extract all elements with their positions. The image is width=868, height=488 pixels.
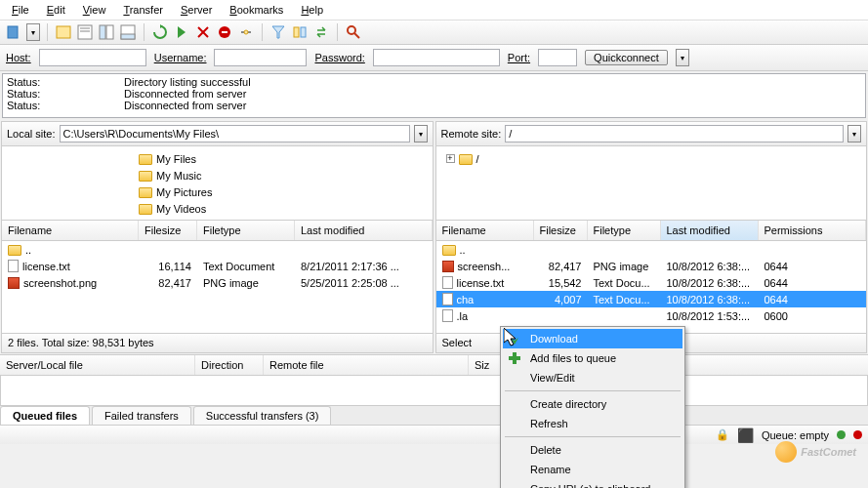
local-tree[interactable]: My Files My Music My Pictures My Videos bbox=[2, 146, 433, 221]
tree-node[interactable]: My Pictures bbox=[139, 183, 433, 200]
add-icon bbox=[507, 350, 522, 366]
reconnect-icon[interactable] bbox=[237, 23, 255, 41]
server-icon[interactable] bbox=[5, 23, 22, 41]
process-queue-icon[interactable] bbox=[173, 23, 190, 41]
tab-successful-transfers[interactable]: Successful transfers (3) bbox=[193, 406, 332, 425]
sync-icon[interactable] bbox=[312, 23, 330, 41]
password-label: Password: bbox=[314, 52, 364, 63]
toggle-tree-icon[interactable] bbox=[98, 23, 115, 41]
col-filetype[interactable]: Filetype bbox=[197, 221, 295, 240]
list-row-selected[interactable]: cha 4,007 Text Docu... 10/8/2012 6:38:..… bbox=[436, 291, 867, 307]
expand-icon[interactable]: + bbox=[446, 154, 455, 163]
menu-rename[interactable]: Rename bbox=[503, 460, 682, 479]
find-icon[interactable] bbox=[345, 23, 362, 41]
queue-tabs: Queued files Failed transfers Successful… bbox=[0, 405, 868, 425]
tree-node[interactable]: My Music bbox=[139, 167, 433, 183]
menu-download[interactable]: Download bbox=[503, 329, 682, 348]
file-icon bbox=[8, 260, 19, 272]
list-row[interactable]: screenshot.png 82,417 PNG image 5/25/201… bbox=[2, 274, 433, 291]
menu-delete[interactable]: Delete bbox=[503, 440, 682, 460]
svg-rect-5 bbox=[100, 25, 105, 39]
tab-queued-files[interactable]: Queued files bbox=[0, 406, 90, 425]
svg-rect-8 bbox=[121, 34, 135, 39]
tree-node[interactable]: My Files bbox=[139, 150, 433, 167]
server-dropdown[interactable]: ▾ bbox=[26, 23, 40, 41]
quickconnect-button[interactable]: Quickconnect bbox=[585, 50, 668, 65]
svg-line-20 bbox=[354, 33, 359, 38]
col-lastmod[interactable]: Last modified bbox=[661, 221, 759, 240]
queue-header: Server/Local file Direction Remote file … bbox=[0, 354, 868, 376]
remote-file-list[interactable]: Filename Filesize Filetype Last modified… bbox=[436, 221, 867, 333]
tree-node[interactable]: +/ bbox=[446, 150, 867, 167]
compare-icon[interactable] bbox=[291, 23, 309, 41]
menu-help[interactable]: Help bbox=[293, 2, 331, 18]
menu-transfer[interactable]: Transfer bbox=[115, 2, 171, 18]
quickconnect-dropdown[interactable]: ▾ bbox=[676, 49, 689, 66]
col-remote-file[interactable]: Remote file bbox=[264, 355, 469, 375]
password-input[interactable] bbox=[373, 49, 500, 66]
status-bar: 🔒 ⬛ Queue: empty bbox=[0, 425, 868, 444]
col-filesize[interactable]: Filesize bbox=[534, 221, 588, 240]
menu-server[interactable]: Server bbox=[173, 2, 220, 18]
local-file-list[interactable]: Filename Filesize Filetype Last modified… bbox=[2, 221, 433, 333]
sitemanager-icon[interactable] bbox=[55, 23, 72, 41]
disconnect-icon[interactable] bbox=[216, 23, 233, 41]
message-log[interactable]: Status:Directory listing successful Stat… bbox=[2, 73, 866, 118]
col-direction[interactable]: Direction bbox=[195, 355, 264, 375]
status-label: Status: bbox=[7, 76, 124, 88]
list-row[interactable]: .la 10/8/2012 1:53:... 0600 bbox=[436, 307, 867, 324]
file-icon bbox=[442, 293, 453, 305]
username-input[interactable] bbox=[214, 49, 307, 66]
cancel-icon[interactable] bbox=[194, 23, 212, 41]
port-input[interactable] bbox=[538, 49, 577, 66]
status-label: Status: bbox=[7, 88, 124, 100]
list-row-parent[interactable]: .. bbox=[2, 241, 433, 258]
menu-view-edit[interactable]: View/Edit bbox=[503, 368, 682, 387]
tree-node[interactable]: My Videos bbox=[139, 200, 433, 217]
list-row-parent[interactable]: .. bbox=[436, 241, 867, 258]
col-lastmod[interactable]: Last modified bbox=[295, 221, 433, 240]
menu-view[interactable]: View bbox=[75, 2, 114, 18]
menu-refresh[interactable]: Refresh bbox=[503, 414, 682, 433]
toggle-log-icon[interactable] bbox=[76, 23, 94, 41]
svg-rect-1 bbox=[57, 26, 70, 38]
host-input[interactable] bbox=[39, 49, 146, 66]
remote-path-dropdown[interactable]: ▾ bbox=[847, 125, 861, 142]
local-path-input[interactable] bbox=[60, 125, 410, 142]
remote-path-input[interactable] bbox=[505, 125, 844, 142]
local-list-header: Filename Filesize Filetype Last modified bbox=[2, 221, 433, 241]
col-filename[interactable]: Filename bbox=[2, 221, 139, 240]
menu-add-to-queue[interactable]: Add files to queue bbox=[503, 348, 682, 368]
menu-edit[interactable]: Edit bbox=[39, 2, 73, 18]
mouse-cursor bbox=[504, 328, 523, 347]
svg-marker-16 bbox=[272, 26, 284, 38]
col-filesize[interactable]: Filesize bbox=[139, 221, 197, 240]
menu-copy-url[interactable]: Copy URL(s) to clipboard bbox=[503, 479, 682, 488]
menu-file[interactable]: File bbox=[4, 2, 37, 18]
col-filetype[interactable]: Filetype bbox=[588, 221, 661, 240]
svg-rect-18 bbox=[301, 27, 306, 37]
status-msg: Directory listing successful bbox=[124, 76, 251, 88]
toolbar-sep bbox=[337, 23, 338, 41]
refresh-icon[interactable] bbox=[151, 23, 169, 41]
menu-create-directory[interactable]: Create directory bbox=[503, 394, 682, 414]
col-filename[interactable]: Filename bbox=[436, 221, 534, 240]
list-row[interactable]: license.txt 16,114 Text Document 8/21/20… bbox=[2, 258, 433, 274]
local-path-dropdown[interactable]: ▾ bbox=[414, 125, 428, 142]
list-row[interactable]: license.txt 15,542 Text Docu... 10/8/201… bbox=[436, 274, 867, 291]
svg-point-15 bbox=[244, 30, 248, 34]
toolbar-sep bbox=[47, 23, 48, 41]
remote-tree[interactable]: +/ bbox=[436, 146, 867, 221]
col-server-file[interactable]: Server/Local file bbox=[0, 355, 195, 375]
col-permissions[interactable]: Permissions bbox=[759, 221, 867, 240]
list-row[interactable]: screensh... 82,417 PNG image 10/8/2012 6… bbox=[436, 258, 867, 274]
status-msg: Disconnected from server bbox=[124, 88, 246, 100]
filter-icon[interactable] bbox=[269, 23, 287, 41]
folder-icon bbox=[459, 154, 473, 165]
queue-list[interactable] bbox=[0, 376, 868, 405]
menu-bookmarks[interactable]: Bookmarks bbox=[222, 2, 291, 18]
svg-rect-0 bbox=[8, 26, 18, 38]
tab-failed-transfers[interactable]: Failed transfers bbox=[92, 406, 191, 425]
folder-icon bbox=[139, 154, 152, 165]
toggle-queue-icon[interactable] bbox=[119, 23, 137, 41]
